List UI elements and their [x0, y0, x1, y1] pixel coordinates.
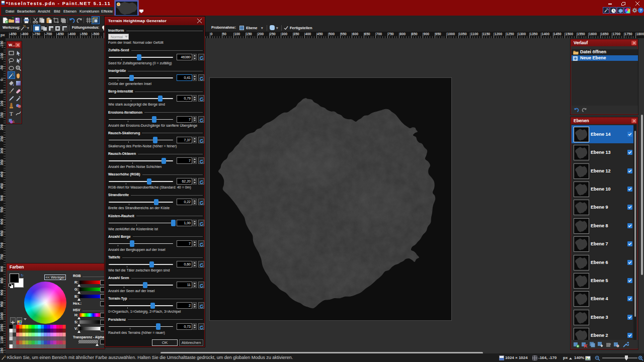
svg-text:T: T	[10, 111, 13, 117]
